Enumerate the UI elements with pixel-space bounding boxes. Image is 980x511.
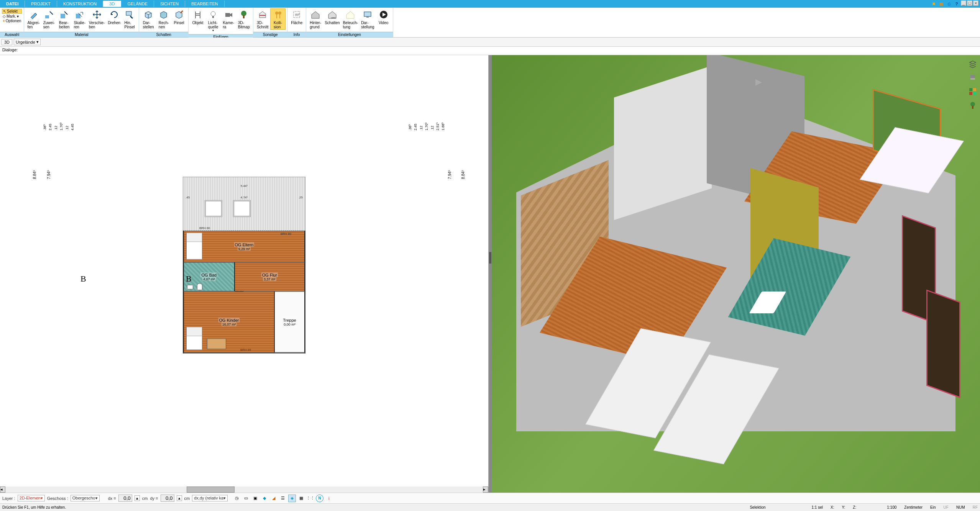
stack-tb-icon[interactable]: ☰ — [279, 495, 287, 502]
ribbon-group-einstellungen: Hinter- grund Schatten Beleuch- tung Dar… — [306, 8, 393, 37]
brush-back-icon — [124, 9, 135, 20]
dim-total-left-2: 7.94⁵ — [47, 170, 51, 179]
svg-text:m²: m² — [295, 13, 300, 17]
status-uf: UF — [944, 505, 949, 509]
dy-input[interactable] — [161, 495, 174, 502]
viewport-3d[interactable]: ▶ — [492, 55, 980, 493]
hintergrund-button[interactable]: Hinter- grund — [308, 8, 323, 30]
flaeche-button[interactable]: m²Fläche — [289, 8, 304, 26]
eyedropper-icon — [28, 9, 39, 20]
clock-icon[interactable]: ◷ — [233, 495, 241, 502]
zuweisen-button[interactable]: Zuwei- sen — [41, 8, 57, 30]
bearbeiten-button[interactable]: Bear- beiten — [57, 8, 72, 30]
menu-tab-projekt[interactable]: PROJEKT — [25, 1, 57, 7]
bitmap-button[interactable]: 3D- Bitmap — [236, 8, 251, 30]
dx-input[interactable] — [118, 495, 132, 502]
pinsel-button[interactable]: Pinsel — [171, 8, 187, 26]
help-icon[interactable]: ? — [953, 0, 960, 7]
group-label-einstellungen: Einstellungen — [306, 32, 392, 37]
kamera-button[interactable]: Kame- ra — [221, 8, 236, 30]
schatten-est-button[interactable]: Schatten — [323, 8, 341, 26]
diamond-tb-icon[interactable]: ◈ — [288, 495, 296, 502]
optionen-button[interactable]: +Optionen — [2, 19, 22, 23]
dy-label: dy = — [150, 496, 158, 501]
video-button[interactable]: Video — [376, 8, 391, 26]
status-selektion: Selektion — [750, 505, 765, 509]
chevron-down-icon: ▾ — [212, 29, 214, 33]
dim-total-left-1: 8.84⁵ — [33, 170, 37, 179]
status-y: Y: — [842, 505, 845, 509]
info-tb-icon[interactable]: i — [325, 495, 333, 502]
svg-point-16 — [331, 17, 336, 19]
schnitt-button[interactable]: 3D- Schnitt — [255, 8, 270, 30]
dotgrid-tb-icon[interactable]: ⋮⋮ — [307, 495, 314, 502]
beleuchtung-button[interactable]: Beleuch- tung — [341, 8, 359, 30]
cursor-icon: ↖ — [3, 9, 6, 13]
status-num: NUM — [956, 505, 965, 509]
coord-mode-select[interactable]: dx,dy (relativ ka▾ — [192, 495, 228, 501]
north-tb-icon[interactable]: N — [316, 495, 323, 502]
grid-tb-icon[interactable]: ▦ — [297, 495, 305, 502]
svg-rect-3 — [126, 11, 131, 15]
menu-tab-3d[interactable]: 3D — [103, 1, 121, 7]
svg-point-7 — [241, 11, 246, 16]
verschieben-button[interactable]: Verschie- ben — [87, 8, 107, 30]
window-maximize-icon[interactable]: □ — [967, 0, 972, 6]
camera-tb-icon[interactable]: ▣ — [251, 495, 259, 502]
drehen-button[interactable]: Drehen — [106, 8, 122, 26]
move-icon — [92, 9, 102, 20]
viewport-divider[interactable] — [489, 55, 492, 493]
layer-select[interactable]: 2D-Elemen▾ — [18, 495, 45, 501]
tool-icon-3[interactable]: ⎙ — [946, 0, 952, 7]
ribbon-group-einfuegen: Objekt Licht- quelle▾ Kame- ra 3D- Bitma… — [189, 8, 253, 37]
lichtquelle-button[interactable]: Licht- quelle▾ — [205, 8, 221, 33]
svg-rect-25 — [973, 92, 976, 95]
monitor-icon[interactable]: ▭ — [242, 495, 250, 502]
dy-stepper[interactable]: ▴ — [177, 495, 182, 501]
paint-tb-icon[interactable]: ◢ — [270, 495, 277, 502]
tree-side-icon[interactable] — [968, 100, 978, 110]
menu-tab-konstruktion[interactable]: KONSTRUKTION — [57, 1, 103, 7]
sink-icon — [187, 285, 193, 290]
terrain-select[interactable]: Urgelände▾ — [14, 39, 41, 45]
kollision-button[interactable]: Kolli- sion — [270, 8, 286, 30]
hin-pinsel-button[interactable]: Hin. Pinsel — [122, 8, 137, 30]
geschoss-select[interactable]: Obergescho▾ — [71, 495, 100, 501]
darstellen-button[interactable]: Dar- stellen — [141, 8, 156, 30]
group-label-material: Material — [24, 32, 139, 37]
mark-button[interactable]: ◇Mark.▾ — [2, 14, 22, 18]
menu-tab-gelaende[interactable]: GELÄNDE — [121, 1, 154, 7]
abgreifen-button[interactable]: Abgrei- fen — [26, 8, 41, 30]
layer-tb-icon[interactable]: ◆ — [261, 495, 268, 502]
section-marker-b-right: B — [186, 274, 192, 284]
viewport-2d-plan[interactable]: 5.44⁵ 4.74⁵ .45 .25 BRH 80 OG Eltern 9,2… — [0, 55, 489, 493]
brh-2: BRH 80 — [281, 232, 291, 236]
dx-stepper[interactable]: ▴ — [135, 495, 140, 501]
chair-side-icon[interactable] — [968, 73, 978, 83]
view-3d-button[interactable]: 3D — [2, 39, 12, 45]
wardrobe-2 — [926, 290, 960, 398]
objekt-button[interactable]: Objekt — [190, 8, 205, 26]
window-close-icon[interactable]: × — [973, 0, 978, 6]
plan-body: OG Eltern 9,29 m² BRH 80 OG Bad 4,07 m² — [183, 231, 305, 354]
tool-icon-2[interactable]: ▦ — [938, 0, 945, 7]
horizontal-scrollbar[interactable]: ◂▸ — [0, 486, 488, 493]
menu-tab-sichten[interactable]: SICHTEN — [154, 1, 185, 7]
ribbon-group-material: Abgrei- fen Zuwei- sen Bear- beiten Skal… — [24, 8, 139, 37]
rechnen-button[interactable]: Rech- nen — [156, 8, 171, 30]
darstellung-button[interactable]: Dar- stellung — [359, 8, 376, 30]
status-rf: RF — [973, 505, 978, 509]
layers-icon[interactable] — [968, 59, 978, 69]
layer-label: Layer : — [2, 496, 15, 501]
palette-icon[interactable] — [968, 87, 978, 97]
window-minimize-icon[interactable]: _ — [961, 0, 966, 6]
main-menu-tabs: DATEI PROJEKT KONSTRUKTION 3D GELÄNDE SI… — [0, 0, 980, 8]
menu-tab-datei[interactable]: DATEI — [0, 1, 25, 7]
tool-icon-1[interactable]: ✖ — [930, 0, 937, 7]
svg-rect-18 — [366, 16, 369, 18]
selekt-button[interactable]: ↖Selekt — [2, 9, 22, 14]
brh-1: BRH 80 — [199, 226, 210, 230]
tree-icon — [238, 9, 249, 20]
menu-tab-bearbeiten[interactable]: BEARBEITEN — [185, 1, 225, 7]
skalieren-button[interactable]: Skalie- ren — [72, 8, 87, 30]
